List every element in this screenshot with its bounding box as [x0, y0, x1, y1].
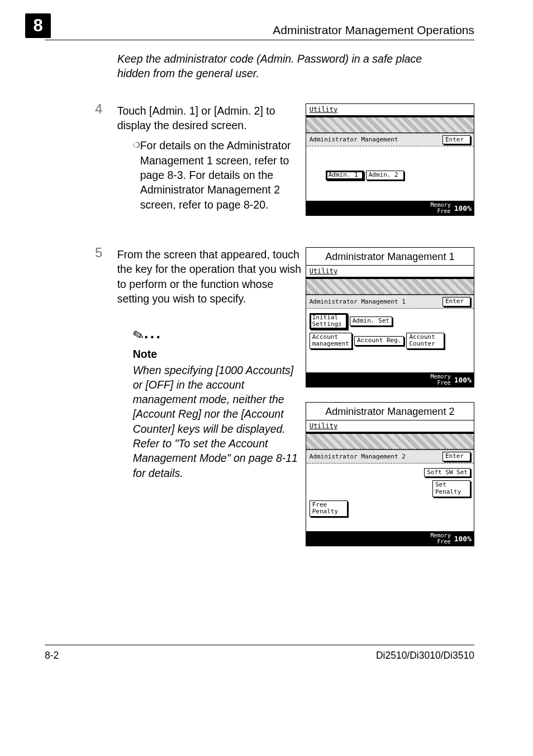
lcd-admin-mgmt-1: Utility Administrator Management 1 Enter…: [306, 265, 474, 388]
lcd2-enter-button[interactable]: Enter: [442, 452, 470, 461]
lcd-gradient-band: [306, 117, 474, 133]
step-4-number: 4: [95, 102, 117, 116]
lcd1-caption: Administrator Management 1: [306, 247, 474, 265]
note-heading: Note: [133, 347, 306, 361]
step-5-number: 5: [95, 246, 117, 259]
note-body: When specifying [1000 Accounts] or [OFF]…: [133, 363, 306, 481]
lcd2-caption: Administrator Management 2: [306, 402, 474, 420]
intro-note: Keep the administrator code (Admin. Pass…: [117, 51, 447, 81]
lcd1-footer: MemoryFree 100%: [306, 372, 474, 387]
account-counter-button[interactable]: Account Counter: [406, 333, 444, 349]
admin-1-button[interactable]: Admin. 1: [326, 171, 364, 180]
model-numbers: Di2510/Di3010/Di3510: [376, 650, 474, 662]
lcd-top-footer: MemoryFree 100%: [306, 201, 474, 215]
set-penalty-button[interactable]: Set Penalty: [432, 480, 470, 497]
lcd1-rowlabel: Administrator Management 1: [310, 298, 406, 305]
page-header: 8 Administrator Management Operations: [45, 13, 474, 40]
lcd2-footer: MemoryFree 100%: [306, 531, 474, 546]
lcd1-gradient-band: [306, 279, 474, 295]
account-reg-button[interactable]: Account Reg.: [354, 336, 404, 346]
lcd2-gradient-band: [306, 434, 474, 450]
header-title: Administrator Management Operations: [62, 23, 474, 38]
soft-sw-set-button[interactable]: Soft SW Set: [424, 468, 470, 478]
free-penalty-button[interactable]: Free Penalty: [310, 500, 348, 517]
lcd2-title: Utility: [306, 420, 474, 434]
initial-settings-button[interactable]: Initial Settings: [310, 313, 348, 329]
lcd-top-title: Utility: [306, 104, 474, 117]
lcd1-title: Utility: [306, 266, 474, 279]
lcd1-enter-button[interactable]: Enter: [442, 297, 470, 306]
step-4-bullet: For details on the Administrator Managem…: [140, 138, 306, 212]
chapter-number: 8: [25, 13, 51, 38]
lcd-utility-screen: Utility Administrator Management Enter A…: [306, 103, 474, 216]
admin-set-button[interactable]: Admin. Set: [350, 316, 392, 326]
note-dots: ...: [144, 324, 162, 342]
bullet-icon: ❍: [133, 138, 140, 212]
step-4-row: 4 Touch [Admin. 1] or [Admin. 2] to disp…: [117, 103, 474, 230]
lcd-top-rowlabel: Administrator Management: [310, 136, 398, 143]
lcd2-rowlabel: Administrator Management 2: [310, 453, 406, 460]
lcd-admin-mgmt-2: Utility Administrator Management 2 Enter…: [306, 420, 474, 546]
enter-button[interactable]: Enter: [442, 135, 470, 145]
step-5-row: 5 From the screen that appeared, touch t…: [117, 247, 474, 561]
step-4-text: Touch [Admin. 1] or [Admin. 2] to displa…: [117, 103, 306, 133]
step-5-text: From the screen that appeared, touch the…: [117, 247, 306, 306]
page-number: 8-2: [45, 650, 59, 662]
admin-2-button[interactable]: Admin. 2: [366, 171, 404, 180]
page-footer: 8-2 Di2510/Di3010/Di3510: [45, 645, 474, 662]
account-management-button[interactable]: Account management: [310, 333, 352, 349]
